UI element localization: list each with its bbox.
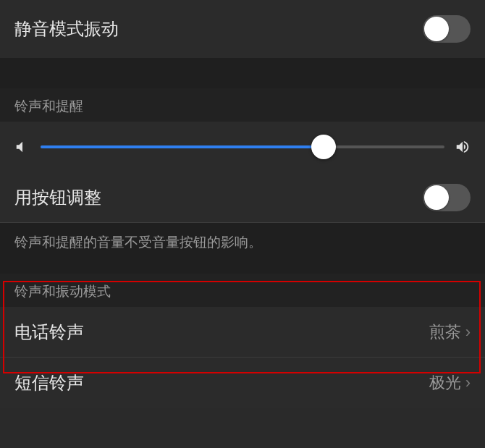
section-header-modes: 铃声和振动模式 bbox=[0, 274, 485, 307]
row-label: 用按钮调整 bbox=[14, 186, 101, 209]
row-ringtone[interactable]: 电话铃声 煎茶 › bbox=[0, 307, 485, 358]
speaker-high-icon bbox=[455, 139, 471, 155]
row-label: 电话铃声 bbox=[14, 321, 84, 344]
footer-note: 铃声和提醒的音量不受音量按钮的影响。 bbox=[0, 223, 485, 274]
speaker-low-icon bbox=[14, 139, 30, 155]
annotation-arrow bbox=[0, 408, 485, 448]
volume-slider-row bbox=[0, 122, 485, 172]
slider-fill bbox=[41, 145, 324, 148]
toggle-knob bbox=[424, 17, 449, 41]
ringtone-value-text: 煎茶 bbox=[429, 321, 461, 343]
row-value: 极光 › bbox=[429, 372, 471, 394]
toggle-knob bbox=[424, 185, 449, 210]
chevron-right-icon: › bbox=[465, 323, 471, 342]
row-change-with-buttons[interactable]: 用按钮调整 bbox=[0, 172, 485, 223]
section-header-alerts: 铃声和提醒 bbox=[0, 88, 485, 122]
row-vibrate-on-silent[interactable]: 静音模式振动 bbox=[0, 0, 485, 58]
row-value: 煎茶 › bbox=[429, 321, 471, 343]
slider-thumb[interactable] bbox=[311, 135, 336, 159]
volume-slider[interactable] bbox=[41, 145, 444, 148]
chevron-right-icon: › bbox=[465, 373, 471, 392]
texttone-value-text: 极光 bbox=[429, 372, 461, 394]
section-gap bbox=[0, 58, 485, 88]
toggle-vibrate-silent[interactable] bbox=[423, 15, 471, 43]
row-label: 静音模式振动 bbox=[14, 17, 119, 41]
toggle-change-with-buttons[interactable] bbox=[423, 184, 471, 211]
row-text-tone[interactable]: 短信铃声 极光 › bbox=[0, 358, 485, 408]
row-label: 短信铃声 bbox=[14, 371, 84, 394]
